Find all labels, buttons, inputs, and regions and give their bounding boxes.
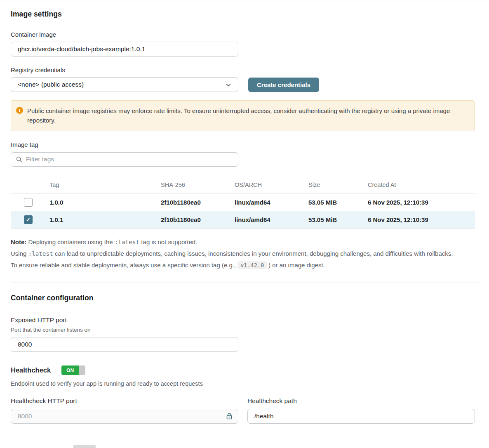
- image-tags-table: Tag SHA-256 OS/ARCH Size Created At 1.0.…: [11, 177, 475, 229]
- cell-tag: 1.0.0: [49, 199, 161, 206]
- healthcheck-port-input: [11, 409, 238, 424]
- version-tag-code-chip: v1.42.0: [237, 261, 267, 269]
- cell-sha256: 2f10b1180ea0: [161, 216, 235, 223]
- rate-limit-banner-text: Public container image registries may en…: [27, 106, 456, 125]
- column-header-created-at: Created At: [368, 182, 475, 188]
- cell-os-arch: linux/amd64: [235, 216, 308, 223]
- healthcheck-port-field: Healthcheck HTTP port: [11, 397, 238, 424]
- healthcheck-label: Healthcheck: [11, 366, 51, 374]
- row-checkbox-checked[interactable]: [24, 215, 33, 224]
- latest-code: :latest: [115, 239, 139, 245]
- exposed-port-label: Exposed HTTP port: [11, 316, 489, 324]
- cell-created-at: 6 Nov 2025, 12:10:39: [368, 216, 475, 223]
- registry-credentials-selected-value: <none> (public access): [18, 81, 84, 88]
- toggle-on-label: ON: [61, 365, 79, 375]
- healthcheck-port-label: Healthcheck HTTP port: [11, 397, 238, 405]
- image-tag-label: Image tag: [11, 141, 489, 148]
- info-icon: i: [16, 107, 23, 114]
- cell-size: 53.05 MiB: [308, 199, 368, 206]
- column-header-sha256: SHA-256: [161, 182, 235, 188]
- filter-tags-input[interactable]: [11, 152, 238, 167]
- note-line-1: Note: Deploying containers using the :la…: [11, 237, 455, 247]
- table-row[interactable]: 1.0.0 2f10b1180ea0 linux/amd64 53.05 MiB…: [11, 194, 475, 211]
- rate-limit-banner: i Public container image registries may …: [11, 100, 475, 131]
- healthcheck-hint: Endpoint used to verify your app is runn…: [11, 380, 489, 387]
- exposed-port-input[interactable]: [11, 337, 238, 352]
- toggle-knob: [79, 365, 85, 375]
- partial-toggle-cutoff[interactable]: [73, 445, 96, 448]
- exposed-port-hint: Port that the container listens on: [11, 327, 489, 333]
- cell-tag: 1.0.1: [49, 216, 161, 223]
- lock-icon: [226, 413, 233, 422]
- column-header-size: Size: [308, 182, 368, 188]
- cell-os-arch: linux/amd64: [235, 199, 308, 206]
- latest-tag-note: Note: Deploying containers using the :la…: [11, 237, 455, 271]
- container-configuration-title: Container configuration: [11, 294, 489, 302]
- cell-sha256: 2f10b1180ea0: [161, 199, 235, 206]
- healthcheck-path-field: Healthcheck path: [247, 397, 475, 424]
- row-checkbox[interactable]: [24, 198, 33, 207]
- top-divider: [0, 2, 489, 2]
- search-icon: [16, 156, 22, 164]
- note-line-2: Using :latest can lead to unpredictable …: [11, 249, 455, 259]
- healthcheck-toggle[interactable]: ON: [61, 365, 85, 375]
- image-settings-title: Image settings: [11, 10, 489, 19]
- section-divider: [11, 283, 480, 283]
- healthcheck-path-label: Healthcheck path: [247, 397, 475, 405]
- registry-credentials-label: Registry credentials: [11, 66, 489, 73]
- cell-created-at: 6 Nov 2025, 12:10:39: [368, 199, 475, 206]
- container-image-input[interactable]: [11, 42, 238, 57]
- create-credentials-button[interactable]: Create credentials: [248, 78, 319, 92]
- column-header-os-arch: OS/ARCH: [235, 182, 308, 188]
- column-header-tag: Tag: [49, 182, 161, 188]
- container-image-label: Container image: [11, 31, 489, 38]
- table-header-row: Tag SHA-256 OS/ARCH Size Created At: [11, 177, 475, 194]
- table-row-selected[interactable]: 1.0.1 2f10b1180ea0 linux/amd64 53.05 MiB…: [11, 211, 475, 229]
- healthcheck-path-input[interactable]: [247, 409, 475, 424]
- note-label: Note:: [11, 238, 26, 245]
- deployment-settings-page: Image settings Container image Registry …: [0, 0, 489, 448]
- note-line-3: To ensure reliable and stable deployment…: [11, 260, 455, 270]
- registry-credentials-select[interactable]: <none> (public access): [11, 77, 238, 92]
- latest-code: :latest: [28, 250, 53, 257]
- chevron-down-icon: [226, 82, 231, 90]
- cell-size: 53.05 MiB: [308, 216, 368, 223]
